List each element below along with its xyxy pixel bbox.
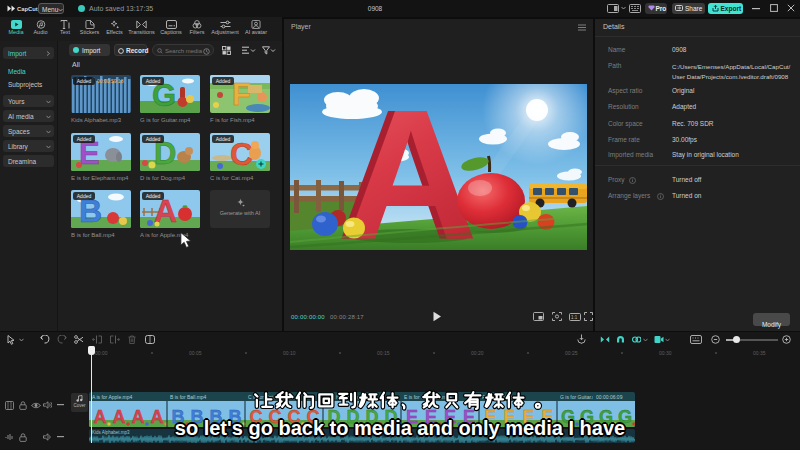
svg-text:1:1: 1:1 — [571, 315, 578, 320]
